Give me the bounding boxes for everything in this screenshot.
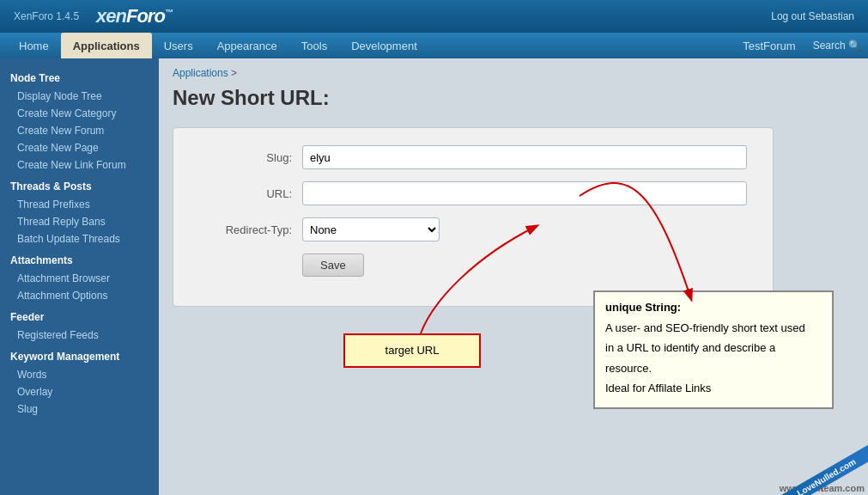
breadcrumb-link[interactable]: Applications <box>173 67 228 79</box>
url-input[interactable] <box>302 181 747 205</box>
version-text: XenForo 1.4.5 <box>14 10 79 22</box>
url-row: URL: <box>199 181 747 205</box>
sidebar-section-node-tree: Node Tree <box>0 65 159 88</box>
redirect-type-row: Redirect-Typ: None <box>199 217 747 241</box>
logo-xen: xen <box>96 5 126 27</box>
nav-right: TestForum Search 🔍 <box>736 33 861 58</box>
sidebar-item-attachment-browser[interactable]: Attachment Browser <box>0 270 159 287</box>
sidebar-item-registered-feeds[interactable]: Registered Feeds <box>0 327 159 344</box>
nav-testforum[interactable]: TestForum <box>736 40 802 52</box>
breadcrumb: Applications > <box>173 67 854 79</box>
save-button[interactable]: Save <box>302 254 364 277</box>
slug-label: Slug: <box>199 151 302 164</box>
form-panel: Slug: URL: Redirect-Typ: None Save <box>173 127 774 307</box>
sidebar-item-create-link-forum[interactable]: Create New Link Forum <box>0 156 159 174</box>
nav-left: Home Applications Users Appearance Tools… <box>7 33 429 58</box>
callout-unique-string: unique String: A user- and SEO-friendly … <box>593 290 834 409</box>
nav-search[interactable]: Search 🔍 <box>813 40 861 52</box>
unique-desc4: Ideal for Affilate Links <box>605 380 822 397</box>
sidebar-item-batch-update-threads[interactable]: Batch Update Threads <box>0 230 159 248</box>
save-row: Save <box>199 254 747 277</box>
nav-development[interactable]: Development <box>339 33 429 58</box>
sidebar-item-words[interactable]: Words <box>0 366 159 383</box>
sidebar-section-keyword: Keyword Management <box>0 344 159 366</box>
page-title: New Short URL: <box>173 86 854 110</box>
unique-desc1: A user- and SEO-friendly short text used <box>605 320 822 337</box>
nav-applications[interactable]: Applications <box>61 33 152 58</box>
top-header: XenForo 1.4.5 xenForo™ Log out Sebastian <box>0 0 868 33</box>
logo-text: xenForo™ <box>96 5 173 28</box>
sidebar-item-create-category[interactable]: Create New Category <box>0 105 159 122</box>
nav-home[interactable]: Home <box>7 33 61 58</box>
callout-target-text: target URL <box>385 344 440 357</box>
logout-button[interactable]: Log out Sebastian <box>771 10 854 22</box>
sidebar-section-threads: Threads & Posts <box>0 174 159 196</box>
redirect-select[interactable]: None <box>302 217 440 241</box>
sidebar-section-feeder: Feeder <box>0 304 159 327</box>
breadcrumb-separator: > <box>231 67 237 79</box>
slug-input[interactable] <box>302 145 747 169</box>
sidebar: Node Tree Display Node Tree Create New C… <box>0 58 159 495</box>
content-area: Applications > New Short URL: Slug: URL:… <box>159 58 868 495</box>
nav-users[interactable]: Users <box>152 33 205 58</box>
logo-foro: Foro <box>126 5 165 27</box>
unique-title: unique String: <box>605 299 822 316</box>
sidebar-item-slug[interactable]: Slug <box>0 400 159 418</box>
slug-row: Slug: <box>199 145 747 169</box>
sidebar-item-thread-prefixes[interactable]: Thread Prefixes <box>0 196 159 213</box>
logo-area: XenForo 1.4.5 xenForo™ <box>14 5 173 28</box>
url-label: URL: <box>199 187 302 200</box>
sidebar-item-thread-reply-bans[interactable]: Thread Reply Bans <box>0 213 159 230</box>
main-layout: Node Tree Display Node Tree Create New C… <box>0 58 868 495</box>
sidebar-item-create-page[interactable]: Create New Page <box>0 139 159 156</box>
sidebar-item-overlay[interactable]: Overlay <box>0 383 159 400</box>
unique-desc3: resource. <box>605 360 822 377</box>
nav-bar: Home Applications Users Appearance Tools… <box>0 33 868 58</box>
sidebar-item-attachment-options[interactable]: Attachment Options <box>0 287 159 304</box>
watermark: www.nullteam.com LoveNulled.com <box>696 435 868 495</box>
redirect-label: Redirect-Typ: <box>199 223 302 236</box>
sidebar-section-attachments: Attachments <box>0 248 159 270</box>
unique-desc2: in a URL to identify and describe a <box>605 339 822 357</box>
sidebar-item-display-node-tree[interactable]: Display Node Tree <box>0 88 159 105</box>
sidebar-item-create-forum[interactable]: Create New Forum <box>0 122 159 139</box>
slug-input-wrap <box>302 145 747 169</box>
nav-tools[interactable]: Tools <box>289 33 339 58</box>
nav-appearance[interactable]: Appearance <box>205 33 289 58</box>
callout-target-url: target URL <box>343 333 481 368</box>
